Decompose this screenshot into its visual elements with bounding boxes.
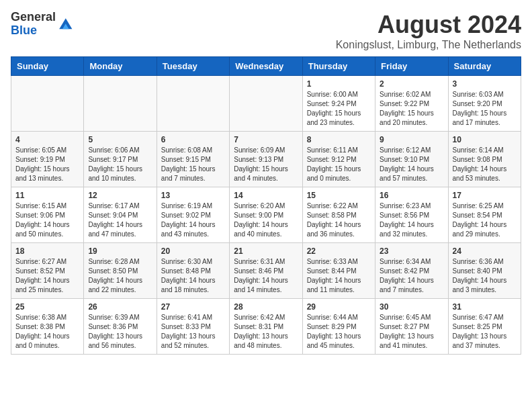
day-number: 13: [161, 191, 225, 200]
calendar-cell: 8Sunrise: 6:11 AMSunset: 9:12 PMDaylight…: [302, 132, 375, 187]
calendar-header-row: SundayMondayTuesdayWednesdayThursdayFrid…: [11, 57, 521, 76]
calendar-cell: 5Sunrise: 6:06 AMSunset: 9:17 PMDaylight…: [84, 132, 157, 187]
day-number: 21: [234, 246, 298, 256]
calendar-cell: 25Sunrise: 6:38 AMSunset: 8:38 PMDayligh…: [11, 299, 84, 355]
day-number: 6: [161, 135, 225, 144]
day-info: Sunrise: 6:47 AMSunset: 8:25 PMDaylight:…: [453, 313, 517, 351]
day-number: 29: [307, 302, 371, 312]
calendar-cell: 31Sunrise: 6:47 AMSunset: 8:25 PMDayligh…: [448, 299, 521, 355]
day-info: Sunrise: 6:39 AMSunset: 8:36 PMDaylight:…: [88, 313, 152, 351]
day-info: Sunrise: 6:06 AMSunset: 9:17 PMDaylight:…: [88, 146, 152, 183]
day-info: Sunrise: 6:42 AMSunset: 8:31 PMDaylight:…: [234, 313, 298, 351]
day-number: 26: [88, 302, 152, 312]
day-number: 3: [453, 79, 517, 89]
day-number: 18: [15, 246, 79, 256]
day-number: 9: [380, 135, 443, 144]
col-header-thursday: Thursday: [302, 57, 375, 76]
logo-general-text: General: [11, 10, 56, 24]
day-info: Sunrise: 6:45 AMSunset: 8:27 PMDaylight:…: [380, 313, 443, 351]
calendar-cell: 24Sunrise: 6:36 AMSunset: 8:40 PMDayligh…: [448, 243, 521, 299]
calendar-cell: [230, 76, 302, 132]
col-header-saturday: Saturday: [448, 57, 521, 76]
calendar-cell: [157, 76, 229, 132]
day-number: 22: [307, 246, 371, 256]
calendar-week-row: 11Sunrise: 6:15 AMSunset: 9:06 PMDayligh…: [11, 187, 521, 243]
calendar-cell: 29Sunrise: 6:44 AMSunset: 8:29 PMDayligh…: [302, 299, 375, 355]
day-number: 19: [88, 246, 152, 256]
day-info: Sunrise: 6:34 AMSunset: 8:42 PMDaylight:…: [380, 257, 443, 295]
day-info: Sunrise: 6:28 AMSunset: 8:50 PMDaylight:…: [88, 257, 152, 295]
day-info: Sunrise: 6:08 AMSunset: 9:15 PMDaylight:…: [161, 146, 225, 183]
day-info: Sunrise: 6:33 AMSunset: 8:44 PMDaylight:…: [307, 257, 371, 295]
logo-blue-text: Blue: [11, 24, 37, 37]
day-info: Sunrise: 6:11 AMSunset: 9:12 PMDaylight:…: [307, 146, 371, 183]
day-number: 2: [380, 79, 443, 89]
day-number: 23: [380, 246, 443, 256]
day-number: 8: [307, 135, 371, 144]
day-info: Sunrise: 6:03 AMSunset: 9:20 PMDaylight:…: [453, 90, 517, 128]
day-info: Sunrise: 6:36 AMSunset: 8:40 PMDaylight:…: [453, 257, 517, 295]
day-number: 30: [380, 302, 443, 312]
calendar-cell: 11Sunrise: 6:15 AMSunset: 9:06 PMDayligh…: [11, 187, 84, 243]
calendar-cell: [11, 76, 84, 132]
calendar-week-row: 1Sunrise: 6:00 AMSunset: 9:24 PMDaylight…: [11, 76, 521, 132]
day-number: 5: [88, 135, 152, 144]
day-number: 1: [307, 79, 371, 89]
calendar-cell: 13Sunrise: 6:19 AMSunset: 9:02 PMDayligh…: [157, 187, 229, 243]
day-info: Sunrise: 6:31 AMSunset: 8:46 PMDaylight:…: [234, 257, 298, 295]
day-info: Sunrise: 6:19 AMSunset: 9:02 PMDaylight:…: [161, 201, 225, 239]
calendar-cell: 12Sunrise: 6:17 AMSunset: 9:04 PMDayligh…: [84, 187, 157, 243]
day-info: Sunrise: 6:14 AMSunset: 9:08 PMDaylight:…: [453, 146, 517, 183]
day-number: 12: [88, 191, 152, 200]
calendar-cell: 23Sunrise: 6:34 AMSunset: 8:42 PMDayligh…: [375, 243, 448, 299]
day-number: 7: [234, 135, 298, 144]
day-info: Sunrise: 6:20 AMSunset: 9:00 PMDaylight:…: [234, 201, 298, 239]
day-number: 27: [161, 302, 225, 312]
calendar-cell: 16Sunrise: 6:23 AMSunset: 8:56 PMDayligh…: [375, 187, 448, 243]
col-header-monday: Monday: [84, 57, 157, 76]
calendar-cell: 20Sunrise: 6:30 AMSunset: 8:48 PMDayligh…: [157, 243, 229, 299]
day-number: 10: [453, 135, 517, 144]
col-header-wednesday: Wednesday: [230, 57, 302, 76]
calendar-cell: 7Sunrise: 6:09 AMSunset: 9:13 PMDaylight…: [230, 132, 302, 187]
calendar-cell: 4Sunrise: 6:05 AMSunset: 9:19 PMDaylight…: [11, 132, 84, 187]
day-info: Sunrise: 6:38 AMSunset: 8:38 PMDaylight:…: [15, 313, 79, 351]
day-number: 28: [234, 302, 298, 312]
day-number: 25: [15, 302, 79, 312]
calendar-cell: 28Sunrise: 6:42 AMSunset: 8:31 PMDayligh…: [230, 299, 302, 355]
calendar-cell: 19Sunrise: 6:28 AMSunset: 8:50 PMDayligh…: [84, 243, 157, 299]
logo-icon: [57, 16, 73, 32]
day-info: Sunrise: 6:02 AMSunset: 9:22 PMDaylight:…: [380, 90, 443, 128]
day-number: 16: [380, 191, 443, 200]
day-number: 17: [453, 191, 517, 200]
calendar-cell: 3Sunrise: 6:03 AMSunset: 9:20 PMDaylight…: [448, 76, 521, 132]
day-info: Sunrise: 6:09 AMSunset: 9:13 PMDaylight:…: [234, 146, 298, 183]
day-number: 15: [307, 191, 371, 200]
calendar-table: SundayMondayTuesdayWednesdayThursdayFrid…: [11, 56, 521, 355]
day-info: Sunrise: 6:23 AMSunset: 8:56 PMDaylight:…: [380, 201, 443, 239]
calendar-cell: 6Sunrise: 6:08 AMSunset: 9:15 PMDaylight…: [157, 132, 229, 187]
calendar-cell: [84, 76, 157, 132]
calendar-week-row: 18Sunrise: 6:27 AMSunset: 8:52 PMDayligh…: [11, 243, 521, 299]
day-info: Sunrise: 6:30 AMSunset: 8:48 PMDaylight:…: [161, 257, 225, 295]
col-header-sunday: Sunday: [11, 57, 84, 76]
calendar-cell: 17Sunrise: 6:25 AMSunset: 8:54 PMDayligh…: [448, 187, 521, 243]
calendar-cell: 26Sunrise: 6:39 AMSunset: 8:36 PMDayligh…: [84, 299, 157, 355]
day-info: Sunrise: 6:05 AMSunset: 9:19 PMDaylight:…: [15, 146, 79, 183]
col-header-tuesday: Tuesday: [157, 57, 229, 76]
day-number: 11: [15, 191, 79, 200]
day-info: Sunrise: 6:17 AMSunset: 9:04 PMDaylight:…: [88, 201, 152, 239]
day-info: Sunrise: 6:41 AMSunset: 8:33 PMDaylight:…: [161, 313, 225, 351]
day-number: 31: [453, 302, 517, 312]
page-header: General Blue August 2024 Koningslust, Li…: [11, 11, 521, 51]
calendar-cell: 9Sunrise: 6:12 AMSunset: 9:10 PMDaylight…: [375, 132, 448, 187]
calendar-week-row: 25Sunrise: 6:38 AMSunset: 8:38 PMDayligh…: [11, 299, 521, 355]
calendar-cell: 1Sunrise: 6:00 AMSunset: 9:24 PMDaylight…: [302, 76, 375, 132]
col-header-friday: Friday: [375, 57, 448, 76]
calendar-cell: 30Sunrise: 6:45 AMSunset: 8:27 PMDayligh…: [375, 299, 448, 355]
day-number: 14: [234, 191, 298, 200]
day-number: 24: [453, 246, 517, 256]
calendar-cell: 15Sunrise: 6:22 AMSunset: 8:58 PMDayligh…: [302, 187, 375, 243]
day-info: Sunrise: 6:15 AMSunset: 9:06 PMDaylight:…: [15, 201, 79, 239]
location-subtitle: Koningslust, Limburg, The Netherlands: [336, 39, 521, 51]
